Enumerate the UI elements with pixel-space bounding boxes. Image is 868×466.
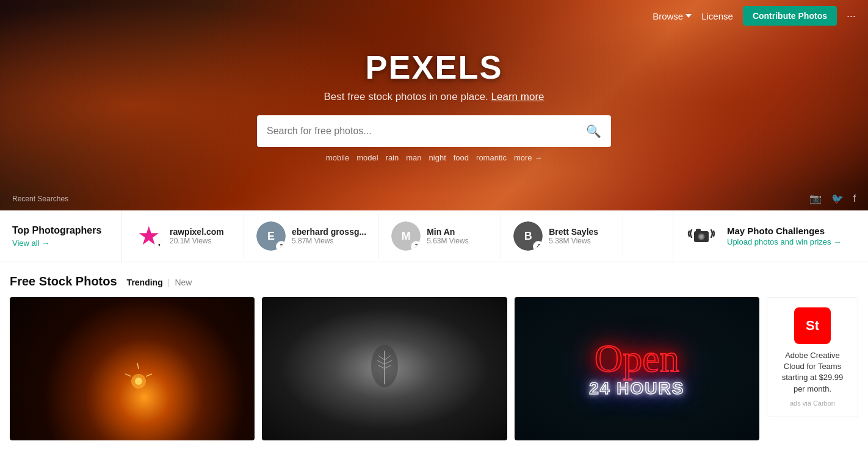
browse-button[interactable]: Browse [653, 11, 692, 21]
tab-divider: | [168, 278, 170, 287]
tag-food[interactable]: food [454, 153, 469, 162]
top-photographers-label: Top Photographers View all → [12, 225, 101, 248]
section-title: Free Stock Photos [10, 274, 117, 289]
navbar: Browse License Contribute Photos ··· [0, 0, 868, 32]
tag-night[interactable]: night [429, 153, 446, 162]
section-tabs: Trending | New [127, 278, 192, 287]
photographer-info: eberhard grossg... 5.87M Views [292, 227, 366, 245]
photographer-item[interactable]: E 2 eberhard grossg... 5.87M Views [244, 214, 379, 258]
svg-rect-1 [696, 229, 701, 232]
top-photographers-title: Top Photographers [12, 225, 101, 236]
photographer-views: 5.87M Views [292, 237, 366, 245]
tag-model[interactable]: model [356, 153, 378, 162]
photographer-item[interactable]: ★ 1 rawpixel.com 20.1M Views [122, 214, 244, 258]
ad-card[interactable]: St Adobe Creative Cloud for Teams starti… [767, 297, 858, 417]
search-icon[interactable]: 🔍 [586, 124, 601, 138]
photographer-name: Min An [427, 227, 468, 237]
view-all-link[interactable]: View all → [12, 238, 101, 248]
photographer-info: rawpixel.com 20.1M Views [170, 227, 224, 245]
photo-column [10, 297, 255, 440]
camera-challenge-icon [687, 223, 716, 249]
section-header: Free Stock Photos Trending | New [10, 274, 858, 289]
photographer-item[interactable]: M 3 Min An 5.63M Views [379, 214, 501, 258]
avatar: ★ 1 [134, 221, 164, 251]
search-input[interactable] [267, 126, 586, 137]
photo-card[interactable]: Open 24 HOURS [515, 297, 759, 440]
contribute-button[interactable]: Contribute Photos [743, 6, 837, 26]
rank-badge: 1 [154, 241, 164, 251]
top-photographers-section: Top Photographers View all → [0, 210, 122, 262]
photo-card[interactable] [10, 297, 255, 440]
svg-point-3 [700, 235, 704, 239]
photographers-row: Top Photographers View all → ★ 1 rawpixe… [0, 210, 868, 262]
photographer-name: Brett Sayles [549, 227, 598, 237]
photo-grid: Open 24 HOURS St Adobe Creative Cloud fo… [10, 297, 858, 440]
adobe-logo: St [794, 307, 831, 344]
photographer-item[interactable]: B 4 Brett Sayles 5.38M Views [501, 214, 623, 258]
instagram-icon[interactable]: 📷 [809, 193, 822, 204]
photographer-name: eberhard grossg... [292, 227, 366, 237]
rank-badge: 2 [276, 241, 286, 251]
main-content: Free Stock Photos Trending | New [0, 262, 868, 440]
site-title: PEXELS [257, 48, 611, 86]
challenges-text: May Photo Challenges Upload photos and w… [727, 226, 841, 246]
photo-column: Open 24 HOURS [515, 297, 759, 440]
photographer-views: 5.63M Views [427, 237, 468, 245]
ad-source: ads via Carbon [777, 400, 848, 407]
tag-romantic[interactable]: romantic [476, 153, 507, 162]
tag-more[interactable]: more → [514, 153, 542, 162]
avatar: B 4 [513, 221, 543, 251]
hero-bottom: Recent Searches 📷 🐦 f [0, 187, 868, 210]
photographer-views: 20.1M Views [170, 237, 224, 245]
photographer-name: rawpixel.com [170, 227, 224, 237]
neon-hours-text: 24 HOURS [589, 378, 684, 399]
photo-card[interactable] [262, 297, 507, 440]
challenges-title: May Photo Challenges [727, 226, 841, 236]
svg-line-8 [125, 374, 131, 376]
photographer-info: Min An 5.63M Views [427, 227, 468, 245]
social-links: 📷 🐦 f [809, 193, 856, 204]
ad-title: Adobe Creative Cloud for Teams starting … [777, 350, 848, 395]
search-box: 🔍 [257, 115, 611, 147]
tag-mobile[interactable]: mobile [326, 153, 349, 162]
browse-label: Browse [653, 11, 683, 21]
tab-new[interactable]: New [175, 278, 192, 287]
photo-column [262, 297, 507, 440]
svg-line-7 [146, 374, 152, 376]
more-options-button[interactable]: ··· [847, 10, 856, 23]
photographer-info: Brett Sayles 5.38M Views [549, 227, 598, 245]
tag-man[interactable]: man [406, 153, 421, 162]
twitter-icon[interactable]: 🐦 [831, 193, 844, 204]
svg-point-5 [135, 378, 142, 385]
avatar: M 3 [391, 221, 421, 251]
neon-open-text: Open [595, 339, 679, 378]
license-button[interactable]: License [701, 11, 733, 21]
svg-line-6 [137, 363, 139, 369]
tab-trending[interactable]: Trending [127, 278, 163, 287]
photo-challenges-section[interactable]: May Photo Challenges Upload photos and w… [673, 210, 868, 262]
challenges-icon [685, 220, 717, 252]
tag-rain[interactable]: rain [386, 153, 399, 162]
photo-image: Open 24 HOURS [515, 297, 759, 440]
avatar: E 2 [256, 221, 286, 251]
facebook-icon[interactable]: f [853, 193, 856, 204]
recent-searches-label: Recent Searches [12, 195, 68, 203]
challenges-subtitle[interactable]: Upload photos and win prizes → [727, 237, 841, 246]
hero-subtitle: Best free stock photos in one place. Lea… [257, 91, 611, 103]
photo-image [10, 297, 255, 440]
photographer-views: 5.38M Views [549, 237, 598, 245]
hero-content: PEXELS Best free stock photos in one pla… [245, 48, 623, 162]
learn-more-link[interactable]: Learn more [491, 91, 544, 102]
search-tags: mobile model rain man night food romanti… [257, 153, 611, 162]
rank-badge: 3 [411, 241, 421, 251]
photo-image [262, 297, 507, 440]
photographers-list: ★ 1 rawpixel.com 20.1M Views E 2 eberhar… [122, 210, 673, 262]
license-label: License [701, 11, 733, 21]
rank-badge: 4 [533, 241, 543, 251]
